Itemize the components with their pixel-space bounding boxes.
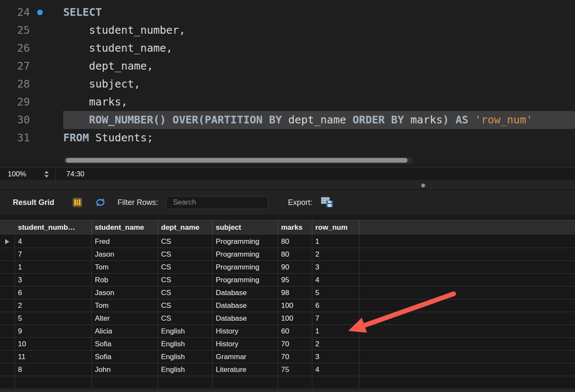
cell[interactable]: 4 (312, 363, 359, 376)
cell[interactable]: Programming (213, 274, 278, 286)
cell[interactable]: CS (158, 261, 213, 273)
table-row[interactable]: 2TomCSDatabase1006 (0, 299, 575, 312)
cell[interactable]: 2 (312, 338, 359, 350)
table-row[interactable]: 6JasonCSDatabase985 (0, 287, 575, 299)
table-row[interactable]: 3RobCSProgramming954 (0, 274, 575, 287)
table-row[interactable]: 5AlterCSDatabase1007 (0, 312, 575, 325)
table-row[interactable]: 11SofiaEnglishGrammar703 (0, 351, 575, 363)
cell[interactable]: Literature (213, 363, 278, 376)
horizontal-scrollbar[interactable] (63, 157, 413, 164)
cell[interactable]: 80 (278, 248, 312, 260)
column-header-dept_name[interactable]: dept_name (158, 220, 213, 235)
cell[interactable]: CS (158, 235, 213, 248)
cell[interactable]: Fred (92, 235, 158, 248)
column-header-student_numb[interactable]: student_numb… (15, 220, 92, 235)
cell[interactable]: 60 (278, 325, 312, 337)
cell[interactable]: 10 (15, 338, 92, 350)
cell[interactable]: 90 (278, 261, 312, 273)
table-row[interactable]: 1TomCSProgramming903 (0, 261, 575, 274)
cell[interactable]: 70 (278, 338, 312, 350)
cell[interactable]: English (158, 325, 213, 337)
cell[interactable]: Tom (92, 261, 158, 273)
cell[interactable]: 100 (278, 312, 312, 325)
cell[interactable]: Database (213, 287, 278, 299)
cell[interactable]: Tom (92, 299, 158, 312)
cell[interactable]: 98 (278, 287, 312, 299)
cell[interactable]: 5 (15, 312, 92, 325)
stepper-up-icon[interactable] (44, 171, 49, 173)
table-row[interactable]: 10SofiaEnglishHistory702 (0, 338, 575, 351)
table-row[interactable]: 8JohnEnglishLiterature754 (0, 363, 575, 376)
cell[interactable]: CS (158, 274, 213, 286)
cell[interactable]: Jason (92, 248, 158, 260)
cell[interactable]: CS (158, 248, 213, 260)
column-header-marks[interactable]: marks (278, 220, 312, 235)
cell[interactable]: History (213, 325, 278, 337)
export-button[interactable] (321, 197, 334, 208)
sql-editor[interactable]: 24SELECT25 student_number,26 student_nam… (0, 0, 575, 155)
zoom-stepper[interactable] (44, 171, 49, 178)
cell[interactable]: 1 (15, 261, 92, 273)
cell[interactable]: 4 (312, 274, 359, 286)
cell[interactable]: Programming (213, 261, 278, 273)
cell[interactable]: 80 (278, 235, 312, 248)
editor-line[interactable]: 24SELECT (0, 3, 575, 21)
result-grid-view-button[interactable] (72, 198, 82, 207)
cell[interactable]: 7 (15, 248, 92, 260)
cell[interactable]: 3 (312, 261, 359, 273)
cell[interactable]: Rob (92, 274, 158, 286)
table-row[interactable]: 4FredCSProgramming801 (0, 235, 575, 248)
cell[interactable]: 9 (15, 325, 92, 337)
cell[interactable]: 5 (312, 287, 359, 299)
column-header-row_num[interactable]: row_num (312, 220, 359, 235)
cell[interactable]: English (158, 351, 213, 363)
cell[interactable]: Grammar (213, 351, 278, 363)
refresh-button[interactable] (94, 197, 106, 208)
cell[interactable]: 75 (278, 363, 312, 376)
cell[interactable]: Alicia (92, 325, 158, 337)
editor-line[interactable]: 29 marks, (0, 93, 575, 111)
cell[interactable]: Alter (92, 312, 158, 325)
cell[interactable]: John (92, 363, 158, 376)
cell[interactable]: Sofia (92, 351, 158, 363)
cell[interactable]: 6 (312, 299, 359, 312)
cell[interactable]: 11 (15, 351, 92, 363)
cell[interactable]: Sofia (92, 338, 158, 350)
search-input[interactable] (173, 198, 267, 207)
cell[interactable]: 7 (312, 312, 359, 325)
cell[interactable]: 4 (15, 235, 92, 248)
cell[interactable]: 1 (312, 325, 359, 337)
cell[interactable]: CS (158, 299, 213, 312)
scrollbar-thumb[interactable] (66, 158, 408, 163)
cell[interactable]: English (158, 338, 213, 350)
cell[interactable]: 100 (278, 299, 312, 312)
cell[interactable]: Database (213, 312, 278, 325)
cell[interactable]: 1 (312, 235, 359, 248)
table-row[interactable]: 9AliciaEnglishHistory601 (0, 325, 575, 338)
cell[interactable]: 2 (312, 248, 359, 260)
cell[interactable]: Database (213, 299, 278, 312)
cell[interactable]: CS (158, 287, 213, 299)
editor-line[interactable]: 26 student_name, (0, 39, 575, 57)
pane-splitter[interactable] (0, 181, 575, 190)
cell[interactable]: 3 (15, 274, 92, 286)
cell[interactable]: Jason (92, 287, 158, 299)
cell[interactable]: History (213, 338, 278, 350)
cell[interactable]: 95 (278, 274, 312, 286)
table-row[interactable]: 7JasonCSProgramming802 (0, 248, 575, 261)
cell[interactable]: 6 (15, 287, 92, 299)
cell[interactable]: 3 (312, 351, 359, 363)
column-header-student_name[interactable]: student_name (92, 220, 158, 235)
stepper-down-icon[interactable] (44, 175, 49, 178)
filter-search-box[interactable] (166, 196, 268, 209)
editor-line[interactable]: 25 student_number, (0, 21, 575, 39)
cell[interactable]: 8 (15, 363, 92, 376)
editor-line[interactable]: 27 dept_name, (0, 57, 575, 75)
cell[interactable]: CS (158, 312, 213, 325)
cell[interactable]: 70 (278, 351, 312, 363)
cell[interactable]: English (158, 363, 213, 376)
column-header-subject[interactable]: subject (213, 220, 278, 235)
cell[interactable]: Programming (213, 248, 278, 260)
editor-line[interactable]: 31FROM Students; (0, 129, 575, 147)
cell[interactable]: 2 (15, 299, 92, 312)
